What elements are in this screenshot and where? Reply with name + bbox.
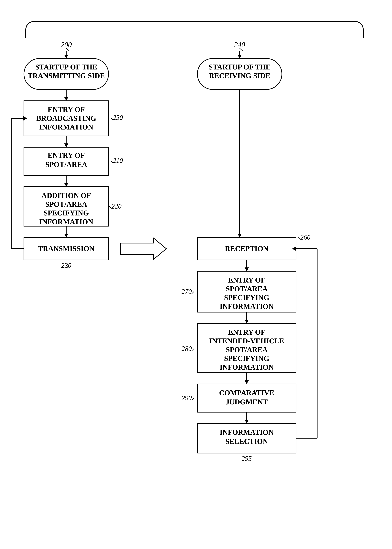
label-260: 260 [300, 234, 310, 241]
label-250: 250 [113, 114, 123, 121]
svg-text:SPOT/AREA: SPOT/AREA [226, 285, 268, 293]
svg-line-47 [192, 292, 194, 294]
svg-text:SPECIFYING: SPECIFYING [224, 293, 269, 302]
svg-marker-31 [120, 238, 166, 259]
label-220: 220 [111, 202, 121, 210]
svg-text:RECEIVING SIDE: RECEIVING SIDE [209, 72, 270, 80]
svg-marker-17 [64, 183, 68, 187]
svg-text:SPOT/AREA: SPOT/AREA [45, 160, 87, 168]
svg-line-20 [109, 206, 111, 208]
svg-line-40 [298, 237, 300, 240]
label-280: 280 [182, 345, 192, 352]
svg-text:JUDGMENT: JUDGMENT [226, 398, 268, 406]
svg-marker-2 [64, 55, 68, 58]
entry-intended-vehicle-label: ENTRY OF [228, 328, 265, 336]
svg-line-55 [192, 349, 194, 351]
information-selection-label: INFORMATION [220, 428, 273, 436]
label-200: 200 [61, 41, 72, 49]
transmission-label: TRANSMISSION [38, 245, 95, 253]
svg-text:INFORMATION: INFORMATION [39, 218, 93, 226]
svg-marker-38 [238, 234, 242, 237]
startup-receiving-label: STARTUP OF THE [209, 63, 271, 71]
svg-marker-57 [245, 380, 249, 384]
entry-spot-area-label: ENTRY OF [48, 151, 85, 159]
label-270: 270 [182, 288, 192, 295]
label-290: 290 [182, 394, 192, 402]
svg-text:INFORMATION: INFORMATION [220, 363, 273, 371]
entry-broadcasting-label: ENTRY OF [48, 105, 85, 114]
svg-marker-12 [64, 143, 68, 147]
label-210: 210 [113, 157, 123, 164]
svg-marker-6 [64, 97, 68, 101]
svg-marker-49 [245, 320, 249, 323]
svg-text:SPECIFYING: SPECIFYING [44, 209, 89, 217]
svg-text:SPECIFYING: SPECIFYING [224, 354, 269, 362]
flowchart: 200 STARTUP OF THE TRANSMITTING SIDE ENT… [0, 22, 392, 544]
svg-text:INFORMATION: INFORMATION [220, 302, 273, 310]
comparative-judgment-label: COMPARATIVE [219, 389, 274, 397]
svg-text:TRANSMITTING SIDE: TRANSMITTING SIDE [28, 72, 105, 80]
reception-label: RECEPTION [225, 245, 268, 253]
svg-marker-42 [245, 267, 249, 271]
svg-text:SELECTION: SELECTION [225, 438, 268, 445]
svg-line-10 [111, 118, 113, 120]
startup-transmitting-label: STARTUP OF THE [35, 63, 97, 71]
svg-text:INFORMATION: INFORMATION [39, 123, 93, 131]
svg-text:BROADCASTING: BROADCASTING [36, 114, 96, 122]
svg-marker-62 [245, 420, 249, 424]
label-240: 240 [234, 41, 245, 49]
svg-text:INTENDED-VEHICLE: INTENDED-VEHICLE [209, 337, 284, 345]
svg-text:SPOT/AREA: SPOT/AREA [226, 346, 268, 354]
svg-marker-24 [64, 234, 68, 237]
svg-marker-34 [238, 55, 242, 58]
svg-line-60 [192, 398, 194, 400]
svg-text:SPOT/AREA: SPOT/AREA [45, 200, 87, 208]
entry-spot-area-right-label: ENTRY OF [228, 276, 265, 284]
addition-spot-area-label: ADDITION OF [42, 192, 91, 200]
svg-line-15 [111, 161, 113, 163]
